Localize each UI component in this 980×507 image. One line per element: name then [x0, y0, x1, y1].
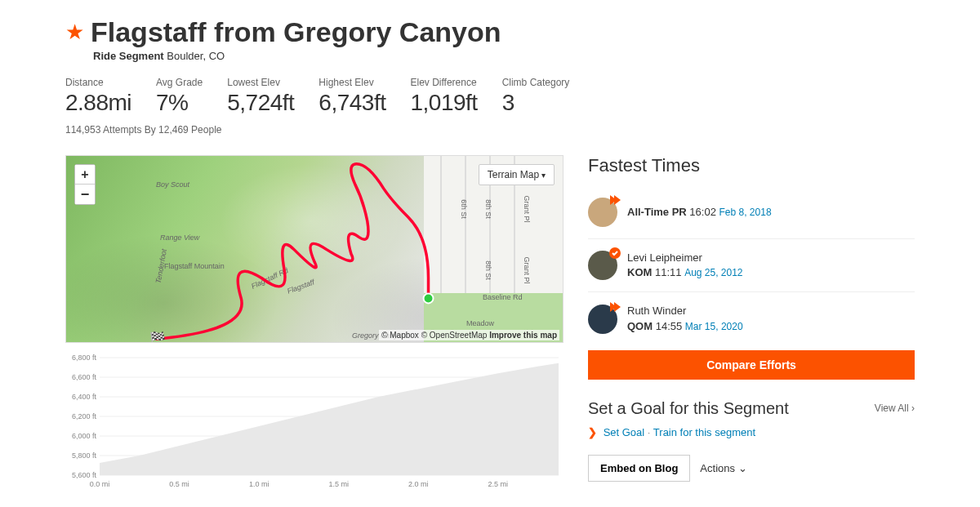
zoom-in-button[interactable]: +: [75, 165, 95, 185]
stat-label: Lowest Elev: [227, 77, 294, 88]
svg-text:🏁: 🏁: [149, 331, 166, 343]
stat-label: Avg Grade: [156, 77, 203, 88]
stat-label: Distance: [65, 77, 131, 88]
stat-value: 5,724ft: [227, 90, 294, 116]
athlete-name: Ruth Winder: [627, 304, 743, 318]
star-icon[interactable]: ★: [65, 20, 84, 45]
avatar[interactable]: [588, 251, 617, 280]
svg-text:6,400 ft: 6,400 ft: [72, 393, 97, 401]
stat-item: Highest Elev6,743ft: [318, 77, 385, 116]
goal-badge-icon: ❯: [588, 426, 597, 438]
elevation-chart: 5,600 ft5,800 ft6,000 ft6,200 ft6,400 ft…: [65, 351, 564, 490]
stat-value: 7%: [156, 90, 203, 116]
stat-value: 1,019ft: [410, 90, 477, 116]
stat-item: Distance2.88mi: [65, 77, 131, 116]
avatar[interactable]: [588, 198, 617, 227]
pr-badge-icon: [608, 193, 621, 207]
svg-text:2.0 mi: 2.0 mi: [408, 480, 429, 488]
set-goal-link[interactable]: Set Goal: [604, 426, 645, 438]
train-link[interactable]: Train for this segment: [653, 426, 755, 438]
athlete-name: Levi Leipheimer: [627, 251, 743, 265]
svg-text:1.5 mi: 1.5 mi: [328, 480, 349, 488]
stat-item: Elev Difference1,019ft: [410, 77, 477, 116]
map-attribution: © Mapbox © OpenStreetMap Improve this ma…: [379, 330, 559, 340]
map-type-select[interactable]: Terrain Map: [479, 164, 555, 185]
svg-text:6,800 ft: 6,800 ft: [72, 354, 97, 362]
stat-value: 3: [502, 90, 570, 116]
stat-label: Highest Elev: [318, 77, 385, 88]
segment-subtitle: Ride Segment Boulder, CO: [93, 50, 915, 62]
stat-item: Avg Grade7%: [156, 77, 203, 116]
view-all-link[interactable]: View All ›: [875, 402, 915, 414]
stat-value: 2.88mi: [65, 90, 131, 116]
record-time: 16:02: [689, 206, 716, 218]
stat-item: Climb Category3: [502, 77, 570, 116]
verified-badge-icon: [608, 247, 621, 260]
record-type: QOM: [627, 320, 653, 332]
record-time: 11:11: [655, 266, 682, 278]
svg-text:0.5 mi: 0.5 mi: [169, 480, 189, 488]
actions-menu[interactable]: Actions: [700, 462, 746, 474]
avatar[interactable]: [588, 305, 617, 334]
svg-text:6,600 ft: 6,600 ft: [72, 373, 97, 381]
stats-row: Distance2.88miAvg Grade7%Lowest Elev5,72…: [65, 77, 915, 116]
svg-text:5,600 ft: 5,600 ft: [72, 471, 97, 479]
fastest-times-title: Fastest Times: [588, 155, 915, 176]
fastest-time-row[interactable]: All-Time PR 16:02 Feb 8, 2018: [588, 189, 915, 235]
record-badge-icon: [608, 300, 621, 314]
goal-links: ❯ Set Goal · Train for this segment: [588, 426, 915, 438]
attempts-text: 114,953 Attempts By 12,469 People: [65, 124, 915, 136]
svg-text:2.5 mi: 2.5 mi: [488, 480, 509, 488]
record-type: KOM: [627, 266, 652, 278]
stat-label: Climb Category: [502, 77, 570, 88]
stat-value: 6,743ft: [318, 90, 385, 116]
zoom-out-button[interactable]: −: [75, 185, 95, 204]
segment-header: ★ Flagstaff from Gregory Canyon Ride Seg…: [65, 16, 915, 136]
map-zoom: + −: [74, 164, 96, 205]
svg-text:6,000 ft: 6,000 ft: [72, 432, 97, 440]
segment-title: Flagstaff from Gregory Canyon: [91, 16, 501, 48]
fastest-time-row[interactable]: Ruth WinderQOM 14:55 Mar 15, 2020: [588, 296, 915, 341]
svg-text:6,200 ft: 6,200 ft: [72, 412, 97, 420]
svg-point-0: [424, 293, 434, 303]
svg-text:5,800 ft: 5,800 ft: [72, 451, 97, 460]
goal-title: Set a Goal for this Segment: [588, 399, 789, 418]
compare-efforts-button[interactable]: Compare Efforts: [588, 350, 915, 380]
record-date-link[interactable]: Feb 8, 2018: [719, 207, 772, 218]
record-date-link[interactable]: Mar 15, 2020: [685, 321, 743, 332]
record-type: All-Time PR: [627, 206, 687, 218]
stat-item: Lowest Elev5,724ft: [227, 77, 294, 116]
segment-map[interactable]: Boy Scout Range View Flagstaff Mountain …: [65, 155, 564, 343]
stat-label: Elev Difference: [410, 77, 477, 88]
record-time: 14:55: [656, 320, 683, 332]
svg-text:0.0 mi: 0.0 mi: [90, 480, 110, 488]
embed-button[interactable]: Embed on Blog: [588, 455, 690, 482]
fastest-time-row[interactable]: Levi LeipheimerKOM 11:11 Aug 25, 2012: [588, 242, 915, 288]
record-date-link[interactable]: Aug 25, 2012: [684, 267, 742, 278]
svg-text:1.0 mi: 1.0 mi: [249, 480, 270, 488]
